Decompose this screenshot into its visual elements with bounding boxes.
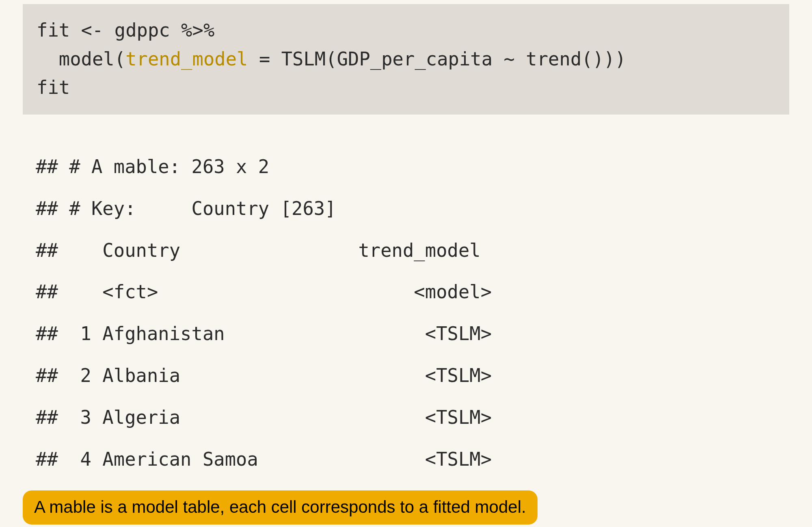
output-header-key: ## # Key: Country [263] <box>36 198 336 219</box>
code-arg-name: trend_model <box>125 48 248 70</box>
slide-page: fit <- gdppc %>% model(trend_model = TSL… <box>0 0 812 527</box>
highlight-callout: A mable is a model table, each cell corr… <box>23 490 538 525</box>
code-input-block: fit <- gdppc %>% model(trend_model = TSL… <box>23 4 789 115</box>
code-line-1: fit <- gdppc %>% <box>37 20 214 41</box>
output-header-dims: ## # A mable: 263 x 2 <box>36 156 269 178</box>
console-output-block: ## # A mable: 263 x 2 ## # Key: Country … <box>36 146 789 481</box>
code-line-3: fit <box>37 77 70 98</box>
code-line-2-post: = TSLM(GDP_per_capita ~ trend())) <box>248 48 626 70</box>
code-line-2-pre: model( <box>37 48 125 70</box>
table-row: ## 3 Algeria <TSLM> <box>36 407 492 428</box>
table-row: ## 2 Albania <TSLM> <box>36 365 492 386</box>
table-row: ## 4 American Samoa <TSLM> <box>36 449 492 470</box>
table-row: ## 1 Afghanistan <TSLM> <box>36 323 492 345</box>
output-column-names: ## Country trend_model <box>36 240 481 261</box>
output-column-types: ## <fct> <model> <box>36 281 492 303</box>
